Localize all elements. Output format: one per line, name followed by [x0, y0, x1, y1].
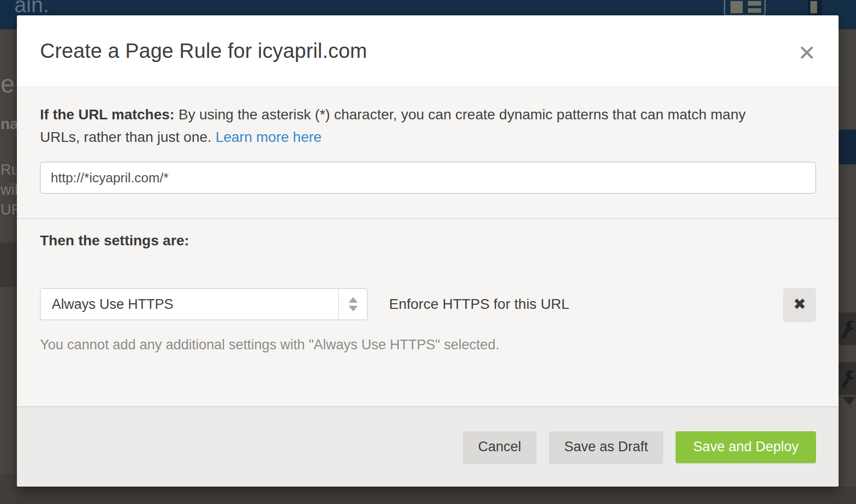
save-as-draft-button[interactable]: Save as Draft — [549, 431, 664, 463]
dialog-footer: Cancel Save as Draft Save and Deploy — [17, 406, 839, 487]
wrench-icon — [839, 312, 856, 345]
setting-description: Enforce HTTPS for this URL — [389, 296, 569, 312]
stepper-down-icon — [349, 306, 358, 311]
setting-select[interactable]: Always Use HTTPS — [40, 288, 368, 320]
setting-row: Always Use HTTPS Enforce HTTPS for this … — [40, 288, 816, 321]
layout-view-icon — [724, 0, 766, 16]
dialog-title: Create a Page Rule for icyapril.com — [40, 39, 367, 62]
select-stepper-icon — [338, 289, 367, 320]
wrench-icon — [839, 362, 856, 395]
dialog-header: Create a Page Rule for icyapril.com ✕ — [17, 15, 839, 87]
chevron-down-icon — [843, 397, 856, 405]
learn-more-link[interactable]: Learn more here — [215, 129, 321, 145]
cancel-button[interactable]: Cancel — [463, 431, 537, 463]
create-page-rule-dialog: Create a Page Rule for icyapril.com ✕ If… — [17, 15, 839, 487]
section-divider — [17, 218, 839, 219]
url-match-label: If the URL matches: — [40, 107, 174, 122]
background-text-fragment: nav — [1, 115, 17, 133]
background-blue-button-fragment — [839, 130, 856, 164]
remove-setting-icon[interactable]: ✖ — [783, 288, 816, 321]
background-text-fragment: UR — [1, 201, 17, 218]
background-text-fragment: e — [1, 69, 15, 99]
background-header-text-fragment: ain. — [14, 0, 49, 17]
background-band — [0, 474, 17, 504]
background-page-right-edge — [839, 29, 856, 504]
save-and-deploy-button[interactable]: Save and Deploy — [676, 431, 816, 463]
background-page-left-edge: e nav Ru will UR — [0, 29, 17, 504]
close-icon[interactable]: ✕ — [796, 42, 818, 65]
url-match-paragraph: If the URL matches: By using the asteris… — [40, 103, 755, 149]
setting-select-value: Always Use HTTPS — [40, 297, 173, 312]
stepper-up-icon — [349, 297, 358, 303]
background-bottom-strip — [17, 487, 856, 504]
background-table-band — [0, 242, 17, 287]
setting-note: You cannot add any additional settings w… — [40, 337, 816, 353]
dialog-body: If the URL matches: By using the asteris… — [17, 87, 839, 406]
url-pattern-input[interactable] — [40, 162, 816, 194]
settings-heading: Then the settings are: — [40, 233, 816, 249]
panel-icon — [808, 0, 822, 15]
background-text-fragment: Ru — [1, 161, 17, 178]
background-text-fragment: will — [1, 181, 17, 198]
